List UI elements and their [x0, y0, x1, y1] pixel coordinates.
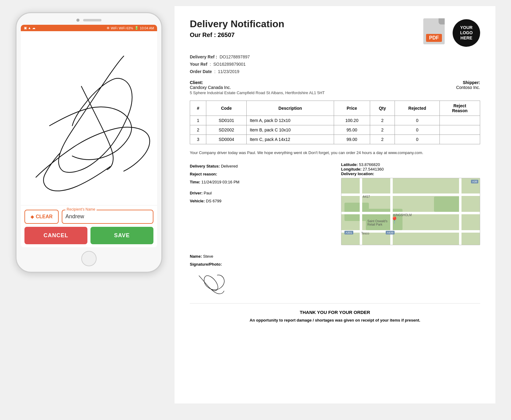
- reject-reason-row: Reject reason:: [190, 170, 329, 178]
- delivery-location-label: Delivery location:: [341, 171, 480, 176]
- table-header-row: # Code Description Price Qty Rejected Re…: [190, 101, 480, 116]
- phone-camera: [76, 19, 79, 22]
- recipient-name-input[interactable]: [65, 212, 150, 220]
- map-location-pin: 📍: [390, 216, 399, 224]
- driver-label: Driver:: [190, 191, 203, 195]
- clear-name-row: ◆ CLEAR Recipient's Name: [24, 210, 153, 224]
- your-ref-value: SO16289879001: [213, 62, 246, 67]
- client-label: Client:: [190, 80, 325, 85]
- thank-you-title: THANK YOU FOR YOUR ORDER: [190, 310, 480, 315]
- delivery-info-section: Delivery Status: Delivered Reject reason…: [190, 162, 480, 245]
- pdf-icon: PDF: [423, 18, 448, 47]
- thank-you-section: THANK YOU FOR YOUR ORDER An opportunity …: [190, 303, 480, 322]
- company-logo: YOURLOGOHERE: [453, 19, 480, 47]
- your-ref-colon: :: [210, 62, 212, 67]
- save-button[interactable]: SAVE: [90, 227, 153, 244]
- delivery-ref-value: DO1278897897: [219, 54, 250, 59]
- row2-reason: [439, 125, 480, 135]
- pdf-label: PDF: [426, 34, 442, 42]
- signature-drawing[interactable]: [21, 31, 157, 205]
- row3-qty: 2: [370, 135, 395, 144]
- doc-our-ref: Our Ref : 26507: [190, 31, 284, 39]
- phone-speaker: [83, 19, 101, 21]
- status-bar-left: ▣ ▲ ☁: [24, 26, 35, 30]
- phone-screen: ▣ ▲ ☁ ⊕ WiFi WiFi 63% 🔋 10:04 AM: [21, 25, 157, 247]
- reject-reason-label: Reject reason:: [190, 172, 217, 176]
- col-num: #: [190, 101, 206, 116]
- latitude-value: 53.8766820: [359, 162, 380, 167]
- phone-mockup: ▣ ▲ ☁ ⊕ WiFi WiFi 63% 🔋 10:04 AM: [16, 12, 162, 273]
- row2-price: 95.00: [334, 125, 370, 135]
- row1-qty: 2: [370, 116, 395, 125]
- col-price: Price: [334, 101, 370, 116]
- vehicle-value: DS 6799: [206, 199, 222, 203]
- doc-header-right: PDF YOURLOGOHERE: [423, 18, 480, 47]
- map-label-tesco: Tesco: [361, 232, 369, 235]
- row3-num: 3: [190, 135, 206, 144]
- latitude-label: Latitude:: [341, 162, 358, 167]
- signature-area[interactable]: [21, 31, 157, 205]
- col-desc: Description: [247, 101, 334, 116]
- vehicle-row: Vehicle: DS 6799: [190, 197, 329, 205]
- order-date-label: Order Date: [190, 69, 212, 74]
- row1-desc: Item A, pack D 12x10: [247, 116, 334, 125]
- home-button[interactable]: [81, 251, 97, 266]
- map-park-area-3: [434, 197, 461, 212]
- delivery-ref-row: Delivery Ref : DO1278897897: [190, 53, 480, 61]
- doc-signature: [190, 270, 239, 294]
- name-row: Name: Steve: [190, 252, 480, 260]
- time-row: Time: 11/24/2019 03:16 PM: [190, 178, 329, 186]
- doc-title: Delivery Notification: [190, 18, 284, 30]
- map-area: A417 KINGSHOLM Saint Oswald'sRetail Park…: [341, 178, 480, 245]
- row2-rejected: 0: [395, 125, 439, 135]
- delivery-document: Delivery Notification Our Ref : 26507 PD…: [175, 6, 495, 403]
- signature-svg: [190, 270, 239, 294]
- cancel-button[interactable]: CANCEL: [24, 227, 87, 244]
- recipient-name-label: Recipient's Name: [65, 207, 97, 212]
- footer-note: Your Company driver today was Paul. We h…: [190, 150, 480, 156]
- status-bar-right: ⊕ WiFi WiFi 63% 🔋 10:04 AM: [107, 26, 154, 30]
- row2-qty: 2: [370, 125, 395, 135]
- col-rejected: Rejected: [395, 101, 439, 116]
- name-label: Name:: [190, 254, 202, 259]
- row3-rejected: 0: [395, 135, 439, 144]
- map-label-saint-oswalds: Saint Oswald'sRetail Park: [367, 219, 388, 226]
- map-label-a417: A417: [363, 195, 370, 198]
- thank-you-note: An opportunity to report damage / shorta…: [190, 318, 480, 322]
- longitude-label: Longitude:: [341, 167, 362, 171]
- map-road-v3: [459, 178, 461, 245]
- doc-header: Delivery Notification Our Ref : 26507 PD…: [190, 18, 480, 47]
- action-row: CANCEL SAVE: [24, 227, 153, 244]
- clear-button[interactable]: ◆ CLEAR: [24, 210, 59, 224]
- row2-num: 2: [190, 125, 206, 135]
- shipper-name: Contoso Inc.: [456, 85, 480, 90]
- driver-value: Paul: [204, 191, 212, 195]
- location-icon: ⊕: [107, 26, 109, 30]
- phone-top-bezel: [21, 19, 157, 22]
- shipper-label: Shipper:: [456, 80, 480, 85]
- client-shipper-row: Client: Candoxy Canada Inc. 5 Sphere Ind…: [190, 80, 480, 95]
- table-body: 1 SD0101 Item A, pack D 12x10 100.20 2 0…: [190, 116, 480, 144]
- driver-row: Driver: Paul: [190, 189, 329, 197]
- delivery-status-label: Delivery Status:: [190, 164, 220, 168]
- signature-row: Signature/Photo:: [190, 260, 480, 268]
- recipient-name-field-wrapper: Recipient's Name: [62, 210, 153, 224]
- row1-reason: [439, 116, 480, 125]
- longitude-value: 27.5441360: [363, 167, 384, 171]
- order-date-row: Order Date : 11/23/2019: [190, 68, 480, 76]
- latitude-row: Latitude: 53.8766820: [341, 162, 480, 167]
- delivery-info-right: Latitude: 53.8766820 Longitude: 27.54413…: [341, 162, 480, 245]
- name-sig-section: Name: Steve Signature/Photo:: [190, 252, 480, 294]
- row1-code: SD0101: [206, 116, 247, 125]
- table-row: 1 SD0101 Item A, pack D 12x10 100.20 2 0: [190, 116, 480, 125]
- longitude-row: Longitude: 27.5441360: [341, 167, 480, 171]
- table-row: 2 SD2002 Item B, pack C 10x10 95.00 2 0: [190, 125, 480, 135]
- client-name: Candoxy Canada Inc.: [190, 85, 325, 90]
- diamond-icon: ◆: [31, 214, 34, 219]
- row1-price: 100.20: [334, 116, 370, 125]
- table-row: 3 SD0004 Item C, pack A 14x12 99.00 2 0: [190, 135, 480, 144]
- map-road-v2: [390, 178, 393, 245]
- order-date-colon: :: [214, 69, 217, 74]
- name-value: Steve: [203, 254, 213, 259]
- pdf-icon-wrapper: PDF: [423, 18, 448, 47]
